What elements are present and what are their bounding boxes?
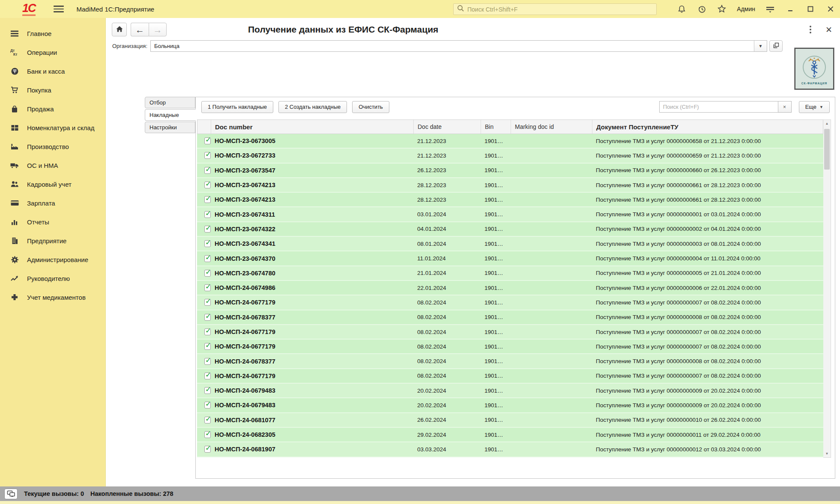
row-checkbox[interactable]: ✓: [204, 343, 211, 350]
sidebar-item-nomenklatura-i-sklad[interactable]: Номенклатура и склад: [0, 118, 105, 137]
table-row[interactable]: ✓ НО-МСП-24-0682305 29.02.2024 1901… Пос…: [197, 428, 823, 442]
table-row[interactable]: ✓ НО-МСП-24-0681907 03.03.2024 1901… Пос…: [197, 442, 823, 457]
row-checkbox[interactable]: ✓: [204, 402, 211, 409]
minimize-icon[interactable]: [785, 4, 795, 14]
tab-otbor[interactable]: Отбор: [145, 97, 195, 108]
sidebar-item-bank-i-kassa[interactable]: Банк и касса: [0, 62, 105, 81]
table-row[interactable]: ✓ НО-МСП-23-0674311 03.01.2024 1901… Пос…: [197, 207, 823, 222]
organization-dropdown-icon[interactable]: ▼: [754, 41, 767, 51]
table-row[interactable]: ✓ НО-МСП-24-0677179 08.02.2024 1901… Пос…: [197, 340, 823, 354]
star-icon[interactable]: [717, 4, 727, 14]
row-checkbox[interactable]: ✓: [204, 446, 211, 453]
cell-doc-number: НО-МСП-24-0677179: [211, 295, 413, 309]
form-close-icon[interactable]: ✕: [825, 26, 832, 34]
table-row[interactable]: ✓ НО-МСП-23-0674322 04.01.2024 1901… Пос…: [197, 222, 823, 237]
sidebar-item-pokupka[interactable]: Покупка: [0, 81, 105, 99]
row-checkbox[interactable]: ✓: [204, 211, 211, 218]
organization-open-button[interactable]: [769, 40, 783, 52]
forward-button[interactable]: →: [149, 23, 167, 36]
row-checkbox[interactable]: ✓: [204, 240, 211, 247]
table-row[interactable]: ✓ НО-МСП-23-0674780 21.01.2024 1901… Пос…: [197, 266, 823, 281]
row-checkbox[interactable]: ✓: [204, 196, 211, 203]
scroll-up-icon[interactable]: ▲: [823, 120, 831, 127]
back-button[interactable]: ←: [131, 23, 149, 36]
row-checkbox[interactable]: ✓: [204, 299, 211, 306]
table-row[interactable]: ✓ НО-МСП-24-0678377 08.02.2024 1901… Пос…: [197, 354, 823, 369]
table-row[interactable]: ✓ НО-МСП-24-0677179 08.02.2024 1901… Пос…: [197, 325, 823, 340]
table-row[interactable]: ✓ НО-МСП-24-0679483 20.02.2024 1901… Пос…: [197, 384, 823, 398]
main-menu-icon[interactable]: [54, 6, 64, 12]
row-checkbox[interactable]: ✓: [204, 431, 211, 438]
row-checkbox[interactable]: ✓: [204, 152, 211, 159]
row-checkbox[interactable]: ✓: [204, 417, 211, 423]
sidebar-item-kadrovyy-uchet[interactable]: Кадровый учет: [0, 175, 105, 194]
table-row[interactable]: ✓ НО-МСП-24-0678377 08.02.2024 1901… Пос…: [197, 310, 823, 325]
user-menu-icon[interactable]: [765, 4, 775, 14]
sidebar-item-otchety[interactable]: Отчеты: [0, 212, 105, 231]
sidebar-item-glavnoe[interactable]: Главное: [0, 24, 105, 43]
scrollbar-thumb[interactable]: [824, 129, 830, 170]
tab-nastroyki[interactable]: Настройки: [145, 122, 195, 133]
row-checkbox[interactable]: ✓: [204, 167, 211, 174]
row-checkbox[interactable]: ✓: [204, 270, 211, 277]
table-row[interactable]: ✓ НО-МСП-24-0679483 20.02.2024 1901… Пос…: [197, 398, 823, 413]
row-checkbox[interactable]: ✓: [204, 328, 211, 335]
clear-button[interactable]: Очистить: [352, 101, 389, 113]
sidebar-item-zarplata[interactable]: Зарплата: [0, 194, 105, 212]
column-header-3[interactable]: Bin: [481, 120, 511, 134]
home-button[interactable]: [112, 23, 127, 36]
sidebar-item-os-i-nma[interactable]: ОС и НМА: [0, 156, 105, 175]
more-menu-icon[interactable]: [808, 24, 813, 35]
cell-document: Поступление ТМЗ и услуг 00000000007 от 0…: [592, 369, 823, 383]
row-checkbox[interactable]: ✓: [204, 373, 211, 379]
sidebar-item-operatsii[interactable]: ДтКт Операции: [0, 43, 105, 62]
row-checkbox[interactable]: ✓: [204, 358, 211, 365]
column-header-4[interactable]: Marking doc id: [511, 120, 592, 134]
sidebar-item-prodazha[interactable]: Продажа: [0, 99, 105, 118]
table-row[interactable]: ✓ НО-МСП-24-0674986 22.01.2024 1901… Пос…: [197, 281, 823, 295]
bell-icon[interactable]: [676, 4, 687, 14]
global-search-input[interactable]: Поиск Ctrl+Shift+F: [453, 3, 657, 15]
row-checkbox[interactable]: ✓: [204, 387, 211, 394]
sidebar-item-administrirovanie[interactable]: Администрирование: [0, 250, 105, 269]
sidebar-item-uchet-medikamentov[interactable]: Учет медикаментов: [0, 288, 105, 307]
tab-nakladnye[interactable]: Накладные: [145, 109, 196, 121]
table-row[interactable]: ✓ НО-МСП-24-0677179 08.02.2024 1901… Пос…: [197, 369, 823, 384]
table-search-input[interactable]: Поиск (Ctrl+F): [659, 101, 778, 113]
table-row[interactable]: ✓ НО-МСП-24-0677179 08.02.2024 1901… Пос…: [197, 295, 823, 310]
table-row[interactable]: ✓ НО-МСП-23-0674370 11.01.2024 1901… Пос…: [197, 251, 823, 266]
get-invoices-button[interactable]: 1 Получить накладные: [201, 101, 273, 113]
maximize-icon[interactable]: [805, 4, 816, 14]
table-row[interactable]: ✓ НО-МСП-23-0673005 21.12.2023 1901… Пос…: [197, 134, 823, 149]
row-checkbox[interactable]: ✓: [204, 137, 211, 144]
table-row[interactable]: ✓ НО-МСП-23-0674213 28.12.2023 1901… Пос…: [197, 178, 823, 193]
column-header-5[interactable]: Документ ПоступлениеТУ: [592, 120, 823, 134]
history-icon[interactable]: [697, 4, 707, 14]
scroll-down-icon[interactable]: ▼: [823, 450, 831, 457]
table-row[interactable]: ✓ НО-МСП-23-0673547 26.12.2023 1901… Пос…: [197, 164, 823, 178]
row-checkbox[interactable]: ✓: [204, 182, 211, 188]
table-row[interactable]: ✓ НО-МСП-23-0674213 28.12.2023 1901… Пос…: [197, 193, 823, 207]
sidebar-item-proizvodstvo[interactable]: Производство: [0, 137, 105, 156]
table-scrollbar[interactable]: ▲ ▼: [823, 119, 831, 458]
row-checkbox[interactable]: ✓: [204, 226, 211, 233]
clear-search-button[interactable]: ×: [778, 101, 792, 113]
column-header-2[interactable]: Doc date: [414, 120, 481, 134]
create-invoices-button[interactable]: 2 Создать накладные: [278, 101, 347, 113]
table-row[interactable]: ✓ НО-МСП-23-0672733 21.12.2023 1901… Пос…: [197, 149, 823, 163]
row-checkbox[interactable]: ✓: [204, 255, 211, 262]
cell-marking-doc-id: [511, 340, 592, 353]
cell-marking-doc-id: [511, 428, 592, 441]
column-header-1[interactable]: Doc number: [211, 120, 414, 134]
sidebar-item-predpriyatie[interactable]: Предприятие: [0, 231, 105, 250]
server-calls-icon[interactable]: [4, 489, 18, 499]
organization-input[interactable]: Больница ▼: [150, 40, 767, 52]
sidebar-item-rukovoditelyu[interactable]: Руководителю: [0, 269, 105, 288]
table-row[interactable]: ✓ НО-МСП-24-0681077 26.02.2024 1901… Пос…: [197, 413, 823, 428]
more-button[interactable]: Еще ▼: [799, 101, 830, 113]
user-name[interactable]: Админ: [737, 6, 755, 12]
row-checkbox[interactable]: ✓: [204, 314, 211, 321]
row-checkbox[interactable]: ✓: [204, 284, 211, 291]
table-row[interactable]: ✓ НО-МСП-23-0674341 08.01.2024 1901… Пос…: [197, 237, 823, 251]
close-icon[interactable]: [825, 4, 836, 14]
